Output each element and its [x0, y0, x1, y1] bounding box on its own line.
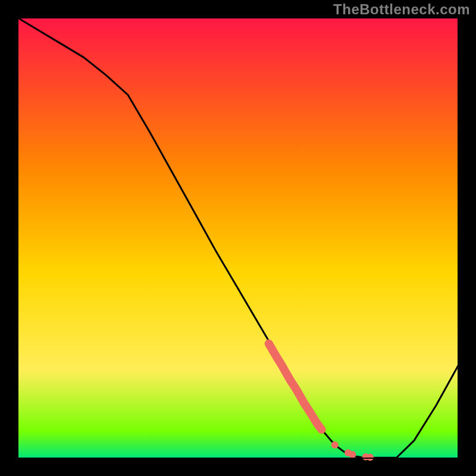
highlight-dot	[349, 451, 356, 458]
watermark-label: TheBottleneck.com	[333, 1, 470, 18]
plot-background-gradient	[18, 18, 458, 458]
bottleneck-chart	[0, 0, 476, 476]
highlight-dot	[331, 441, 339, 449]
highlight-dot	[367, 454, 374, 461]
chart-container: TheBottleneck.com	[0, 0, 476, 476]
